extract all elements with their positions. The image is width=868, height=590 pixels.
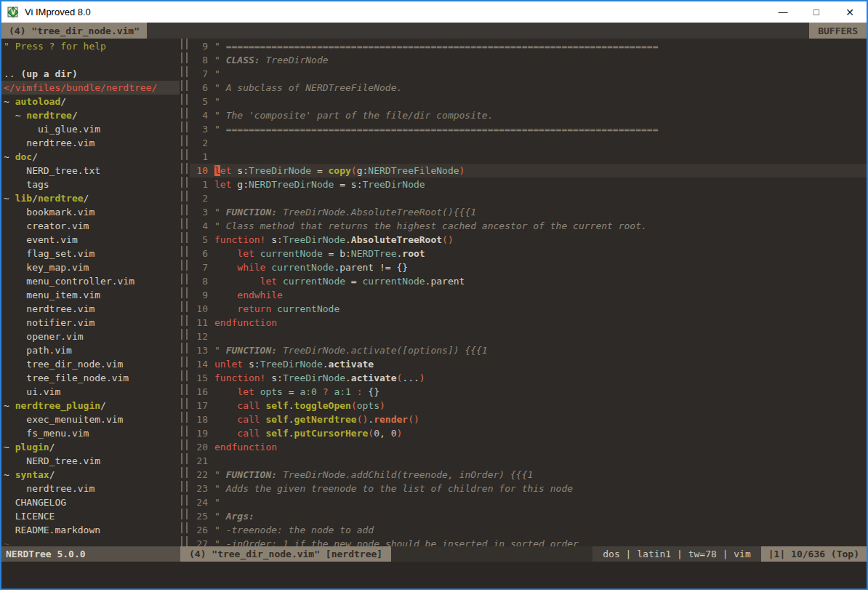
tree-row-selected[interactable]: </vimfiles/bundle/nerdtree/	[1, 81, 180, 95]
line-number: 4	[190, 219, 214, 233]
text-segment: let	[260, 276, 277, 287]
code-line[interactable]: 5function! s:TreeDirNode.AbsoluteTreeRoo…	[190, 233, 867, 247]
tree-row[interactable]: ~ lib/nerdtree/	[1, 191, 180, 205]
code-line[interactable]: 25" Args:	[190, 509, 867, 523]
tree-row[interactable]: .. (up a dir)	[1, 67, 180, 81]
tabbar-spacer	[147, 23, 809, 39]
tree-row[interactable]: README.markdown	[1, 523, 180, 537]
tree-row[interactable]: key_map.vim	[1, 260, 180, 274]
code-line[interactable]: 5"	[190, 95, 867, 108]
minimize-button[interactable]: —	[766, 1, 800, 23]
text-segment: putCursorHere	[294, 428, 369, 439]
text-segment: "	[214, 511, 226, 522]
code-line[interactable]: 16 let opts = a:0 ? a:1 : {}	[190, 385, 867, 399]
code-line[interactable]: 4" The 'composite' part of the file/dir …	[190, 108, 867, 122]
tree-row[interactable]: nerdtree.vim	[1, 136, 180, 150]
code-line[interactable]: 4" Class method that returns the highest…	[190, 219, 867, 233]
code-line[interactable]: 3" =====================================…	[190, 122, 867, 136]
tree-row[interactable]: menu_item.vim	[1, 288, 180, 302]
code-line[interactable]: 20endfunction	[190, 440, 867, 454]
code-line[interactable]: 2	[190, 136, 867, 150]
code-line[interactable]: 11endfunction	[190, 316, 867, 330]
text-segment: )	[396, 428, 402, 439]
text-segment: FUNCTION:	[226, 207, 277, 218]
nerdtree-panel: " Press ? for help.. (up a dir)</vimfile…	[1, 39, 180, 546]
text-segment: self	[265, 428, 288, 439]
code-line[interactable]: 15function! s:TreeDirNode.activate(...)	[190, 371, 867, 385]
text-segment: root	[402, 248, 425, 259]
code-line[interactable]: 8" CLASS: TreeDirNode	[190, 53, 867, 67]
tree-row[interactable]: tree_file_node.vim	[1, 371, 180, 385]
code-line[interactable]: 12	[190, 330, 867, 343]
tree-row[interactable]: ui_glue.vim	[1, 122, 180, 136]
tree-row[interactable]: ~ nerdtree/	[1, 108, 180, 122]
close-button[interactable]: ✕	[833, 1, 867, 23]
tree-row[interactable]: ui.vim	[1, 385, 180, 399]
code-line[interactable]: 27" -inOrder: 1 if the new node should b…	[190, 537, 867, 546]
code-line[interactable]: 7 while currentNode.parent != {}	[190, 260, 867, 274]
code-line[interactable]: 9 endwhile	[190, 288, 867, 302]
code-line[interactable]: 7"	[190, 67, 867, 81]
code-line[interactable]: 17 call self.toggleOpen(opts)	[190, 399, 867, 412]
code-text: " FUNCTION: TreeDirNode.addChild(treenod…	[214, 468, 533, 482]
text-segment: =	[323, 248, 339, 259]
code-line[interactable]: 8 let currentNode = currentNode.parent	[190, 274, 867, 288]
code-line[interactable]: 3" FUNCTION: TreeDirNode.AbsoluteTreeRoo…	[190, 205, 867, 219]
tree-row[interactable]: notifier.vim	[1, 316, 180, 330]
tree-row[interactable]: flag_set.vim	[1, 247, 180, 260]
tree-row[interactable]: ~ syntax/	[1, 468, 180, 482]
tree-row[interactable]: creator.vim	[1, 219, 180, 233]
tree-row[interactable]	[1, 53, 180, 67]
command-line[interactable]	[1, 562, 867, 589]
vertical-split-separator[interactable]	[180, 39, 190, 546]
tree-row[interactable]: menu_controller.vim	[1, 274, 180, 288]
code-line[interactable]: 1	[190, 150, 867, 164]
code-line[interactable]: 1let g:NERDTreeDirNode = s:TreeDirNode	[190, 178, 867, 191]
code-line[interactable]: 21	[190, 454, 867, 468]
code-line[interactable]: 24"	[190, 495, 867, 509]
tree-row[interactable]: ~ nerdtree_plugin/	[1, 399, 180, 412]
code-line[interactable]: 6 let currentNode = b:NERDTree.root	[190, 247, 867, 260]
text-segment: "	[214, 68, 220, 79]
code-line[interactable]: 22" FUNCTION: TreeDirNode.addChild(treen…	[190, 468, 867, 482]
text-segment	[214, 262, 237, 273]
line-number: 1	[190, 178, 214, 191]
text-segment: /	[32, 151, 38, 162]
text-segment: Args:	[226, 511, 254, 522]
tree-row[interactable]: LICENCE	[1, 509, 180, 523]
code-line[interactable]: 9" =====================================…	[190, 39, 867, 53]
text-segment: endfunction	[214, 317, 277, 328]
tree-row[interactable]: fs_menu.vim	[1, 426, 180, 440]
tree-row[interactable]: NERD_tree.vim	[1, 454, 180, 468]
tree-row[interactable]: opener.vim	[1, 330, 180, 343]
tree-row[interactable]: nerdtree.vim	[1, 302, 180, 316]
tree-row[interactable]: event.vim	[1, 233, 180, 247]
code-text: endfunction	[214, 316, 277, 330]
tree-row[interactable]: ~ autoload/	[1, 95, 180, 108]
tree-row[interactable]: ~ plugin/	[1, 440, 180, 454]
tree-row[interactable]: path.vim	[1, 343, 180, 357]
tree-row[interactable]: ~ doc/	[1, 150, 180, 164]
code-line[interactable]: 6" A subclass of NERDTreeFileNode.	[190, 81, 867, 95]
tree-row[interactable]: exec_menuitem.vim	[1, 412, 180, 426]
code-line[interactable]: 26" -treenode: the node to add	[190, 523, 867, 537]
tree-row[interactable]: ~	[1, 537, 180, 546]
code-line[interactable]: 10 return currentNode	[190, 302, 867, 316]
code-line[interactable]: 19 call self.putCursorHere(0, 0)	[190, 426, 867, 440]
tree-row[interactable]: tags	[1, 178, 180, 191]
active-buffer-tab[interactable]: (4) "tree_dir_node.vim"	[1, 23, 147, 39]
tree-row[interactable]: CHANGELOG	[1, 495, 180, 509]
code-line[interactable]: 23" Adds the given treenode to the list …	[190, 482, 867, 495]
code-line[interactable]: 14unlet s:TreeDirNode.activate	[190, 357, 867, 371]
code-line[interactable]: 2	[190, 191, 867, 205]
tree-row[interactable]: " Press ? for help	[1, 39, 180, 53]
code-line-current[interactable]: 10let s:TreeDirNode = copy(g:NERDTreeFil…	[190, 164, 867, 178]
tree-row[interactable]: bookmark.vim	[1, 205, 180, 219]
tree-row[interactable]: NERD_tree.txt	[1, 164, 180, 178]
code-line[interactable]: 18 call self.getNerdtree().render()	[190, 412, 867, 426]
tree-row[interactable]: nerdtree.vim	[1, 482, 180, 495]
code-line[interactable]: 13" FUNCTION: TreeDirNode.activate([opti…	[190, 343, 867, 357]
tree-row[interactable]: tree_dir_node.vim	[1, 357, 180, 371]
text-segment: ?	[323, 386, 329, 397]
maximize-button[interactable]: □	[800, 1, 833, 23]
